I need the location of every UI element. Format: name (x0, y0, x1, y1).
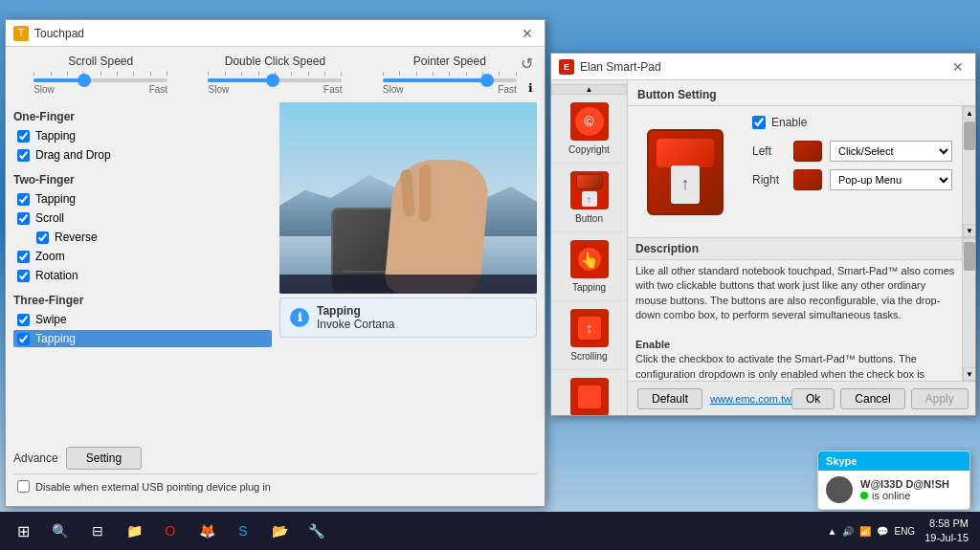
two-finger-reverse-item[interactable]: Reverse (33, 229, 272, 246)
elan-content-area: Enable Left Click/Select Pop-up Menu Non… (628, 106, 975, 237)
pointer-speed-ticks (383, 72, 517, 77)
skype-status: is online (860, 490, 949, 501)
elan-window: E Elan Smart-Pad ✕ ▲ © Copyright ↑ Butto… (550, 53, 976, 416)
network-icon[interactable]: ▲ (828, 526, 837, 537)
taskbar: ⊞ 🔍 ⊟ 📁 O 🦊 S 📂 🔧 ▲ 🔊 📶 💬 ENG 8:58 PM 19… (0, 512, 980, 550)
action-center-icon[interactable]: 💬 (877, 526, 888, 537)
taskbar-clock[interactable]: 8:58 PM 19-Jul-15 (924, 517, 969, 546)
double-click-thumb[interactable] (266, 74, 279, 87)
two-finger-scroll-label: Scroll (35, 211, 64, 225)
info-icon: ℹ (290, 308, 309, 327)
search-button[interactable]: 🔍 (42, 514, 77, 548)
pointer-speed-track[interactable] (383, 78, 517, 82)
one-finger-tapping-checkbox[interactable] (17, 130, 30, 143)
apply-button[interactable]: Apply (911, 388, 969, 409)
pointer-speed-thumb[interactable] (480, 74, 494, 87)
three-finger-tapping-checkbox[interactable] (17, 333, 30, 345)
sidebar-item-tapping[interactable]: 👆 Tapping (551, 232, 627, 301)
touchpad-close-button[interactable]: ✕ (518, 24, 537, 43)
content-scroll-thumb[interactable] (964, 121, 975, 150)
two-finger-scroll-item[interactable]: Scroll (13, 209, 272, 227)
two-finger-reverse-checkbox[interactable] (36, 231, 49, 244)
two-finger-rotation-checkbox[interactable] (17, 270, 30, 282)
two-finger-zoom-checkbox[interactable] (17, 251, 30, 263)
desc-scroll-thumb[interactable] (964, 242, 975, 271)
scroll-speed-range: Slow Fast (33, 84, 167, 95)
pointer-speed-group: Pointer Speed Slow Fast (363, 55, 537, 95)
scroll-speed-track[interactable] (33, 78, 167, 82)
disable-checkbox-row: Disable when external USB pointing devic… (13, 473, 537, 498)
sidebar-item-more[interactable]: More (551, 370, 627, 415)
content-scroll-up[interactable]: ▲ (963, 106, 975, 120)
content-scrollbar: ▲ ▼ (962, 106, 975, 237)
elan-sidebar: ▲ © Copyright ↑ Button 👆 (551, 80, 628, 415)
enable-checkbox[interactable] (752, 116, 766, 129)
refresh-icon[interactable]: ↺ (521, 55, 533, 73)
network-wifi-icon[interactable]: 📶 (859, 526, 871, 537)
two-finger-scroll-checkbox[interactable] (17, 212, 30, 225)
opera-icon[interactable]: O (153, 514, 188, 548)
one-finger-header: One-Finger (13, 110, 272, 123)
touchpad-content: Scroll Speed Slow Fast Double Click Spee… (6, 47, 545, 506)
right-button-dropdown[interactable]: Pop-up Menu Click/Select None (830, 169, 952, 190)
default-button[interactable]: Default (637, 388, 702, 409)
disable-usb-label: Disable when external USB pointing devic… (35, 481, 271, 493)
language-label[interactable]: ENG (894, 526, 915, 537)
sidebar-item-copyright[interactable]: © Copyright (551, 95, 627, 164)
folder-taskbar-icon[interactable]: 📂 (262, 514, 297, 548)
sidebar-scroll-up[interactable]: ▲ (551, 84, 627, 95)
sidebar-item-button[interactable]: ↑ Button (551, 164, 627, 232)
two-finger-rotation-label: Rotation (35, 269, 78, 282)
one-finger-tapping-label: Tapping (35, 129, 76, 143)
desc-scroll-down[interactable]: ▼ (963, 367, 975, 381)
elan-enable-title: Enable (635, 339, 670, 350)
one-finger-tapping-item[interactable]: Tapping (13, 127, 272, 144)
elan-footer-left: Default www.emc.com.tw (637, 388, 791, 409)
cancel-button[interactable]: Cancel (840, 388, 904, 409)
sidebar-item-scrolling[interactable]: ↕ Scrolling (551, 301, 627, 370)
extra-icon[interactable]: 🔧 (299, 514, 333, 548)
two-finger-rotation-item[interactable]: Rotation (13, 267, 272, 284)
skype-status-text: is online (872, 490, 910, 501)
elan-close-button[interactable]: ✕ (948, 57, 968, 77)
disable-usb-checkbox[interactable] (17, 480, 30, 493)
scroll-speed-label: Scroll Speed (68, 55, 133, 68)
one-finger-drag-label: Drag and Drop (35, 148, 111, 162)
tapping-icon: 👆 (570, 240, 609, 278)
pointer-speed-fill (383, 78, 490, 82)
task-view-icon[interactable]: ⊟ (80, 514, 115, 548)
start-button[interactable]: ⊞ (4, 512, 42, 550)
skype-taskbar-icon[interactable]: S (226, 514, 260, 548)
taskbar-time-value: 8:58 PM (924, 517, 969, 531)
info-box-content: Tapping Invoke Cortana (317, 304, 394, 331)
info-circle-icon[interactable]: ℹ (528, 81, 533, 95)
elan-website-link[interactable]: www.emc.com.tw (710, 393, 791, 405)
content-scroll-down[interactable]: ▼ (963, 224, 975, 237)
ok-button[interactable]: Ok (791, 388, 835, 409)
enable-row: Enable (752, 116, 952, 129)
setting-button[interactable]: Setting (66, 447, 142, 470)
two-finger-zoom-item[interactable]: Zoom (13, 248, 272, 265)
sliders-row: Scroll Speed Slow Fast Double Click Spee… (13, 55, 537, 95)
two-finger-reverse-label: Reverse (55, 231, 98, 244)
one-finger-drag-item[interactable]: Drag and Drop (13, 146, 272, 164)
three-finger-swipe-checkbox[interactable] (17, 314, 30, 326)
three-finger-swipe-label: Swipe (35, 313, 67, 326)
file-explorer-icon[interactable]: 📁 (117, 514, 151, 548)
elan-desc-text: Like all other standard notebook touchpa… (628, 260, 975, 380)
three-finger-swipe-item[interactable]: Swipe (13, 311, 272, 328)
info-description: Invoke Cortana (317, 318, 394, 331)
scrolling-label: Scrolling (570, 351, 607, 362)
taskbar-date-value: 19-Jul-15 (924, 531, 969, 545)
two-finger-tapping-item[interactable]: Tapping (13, 190, 272, 208)
advance-row: Advance Setting (13, 439, 272, 470)
two-finger-tapping-checkbox[interactable] (17, 193, 30, 206)
skype-header: Skype (818, 451, 969, 471)
double-click-speed-track[interactable] (208, 78, 342, 82)
left-button-dropdown[interactable]: Click/Select Pop-up Menu None (830, 141, 952, 162)
firefox-icon[interactable]: 🦊 (189, 514, 224, 548)
three-finger-tapping-item[interactable]: Tapping (13, 330, 272, 347)
one-finger-drag-checkbox[interactable] (17, 149, 30, 162)
left-button-icon (793, 141, 822, 162)
volume-icon[interactable]: 🔊 (842, 526, 854, 537)
